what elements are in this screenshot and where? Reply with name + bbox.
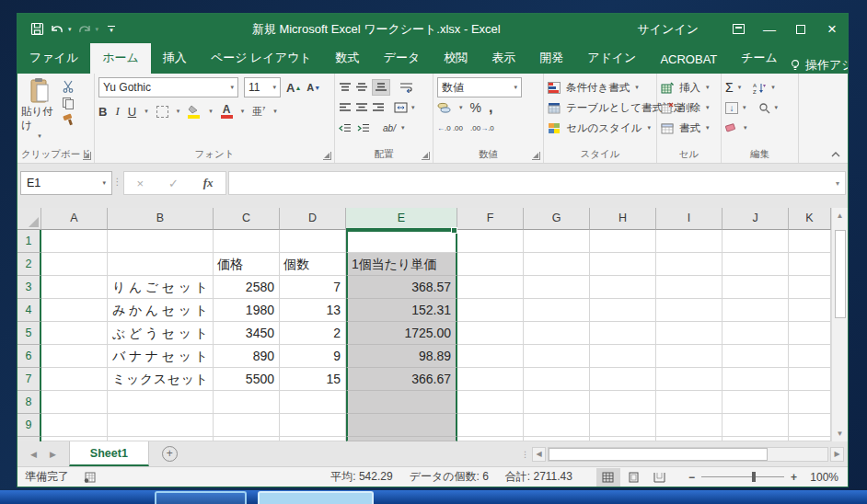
tab-addins[interactable]: アドイン xyxy=(575,43,648,74)
formula-bar-splitter[interactable]: ⋮ xyxy=(112,177,123,187)
cell[interactable] xyxy=(41,230,108,253)
fill-handle[interactable] xyxy=(451,227,457,234)
cell[interactable] xyxy=(789,230,831,253)
autosum-icon[interactable]: Σ xyxy=(725,80,734,95)
cell-C6[interactable]: 890 xyxy=(214,345,280,368)
cell[interactable] xyxy=(280,437,346,441)
cell[interactable] xyxy=(524,437,590,441)
formula-bar-expand-icon[interactable]: ▾ xyxy=(836,179,839,188)
cell-B7[interactable]: ミックスセット xyxy=(108,368,214,391)
number-dialog-launcher-icon[interactable] xyxy=(532,152,540,160)
cell[interactable] xyxy=(346,414,457,437)
cell[interactable] xyxy=(457,391,524,414)
cell-C2[interactable]: 価格 xyxy=(214,253,280,276)
number-format-select[interactable]: 数値▾ xyxy=(437,77,522,97)
align-middle-icon[interactable] xyxy=(355,82,368,93)
cancel-icon[interactable]: × xyxy=(136,177,144,190)
cell[interactable] xyxy=(590,322,656,345)
find-select-icon[interactable] xyxy=(758,102,770,114)
phonetic-guide-icon[interactable]: 亜ｱ xyxy=(252,105,265,119)
cell[interactable] xyxy=(722,391,789,414)
cell[interactable] xyxy=(722,322,789,345)
tab-view[interactable]: 表示 xyxy=(480,43,527,74)
column-header-I[interactable]: I xyxy=(656,208,722,230)
cell-B3[interactable]: りんごセット xyxy=(108,276,214,299)
cell[interactable] xyxy=(280,230,346,253)
zoom-out-icon[interactable]: − xyxy=(688,471,695,484)
conditional-formatting-button[interactable]: 条件付き書式▾ xyxy=(548,77,653,97)
cell-C5[interactable]: 3450 xyxy=(214,322,280,345)
borders-icon[interactable] xyxy=(156,106,168,118)
cell[interactable] xyxy=(789,322,831,345)
cell[interactable] xyxy=(789,368,831,391)
cell-D3[interactable]: 7 xyxy=(280,276,346,299)
scroll-left-icon[interactable]: ◀ xyxy=(532,447,546,462)
cell[interactable] xyxy=(346,391,457,414)
fill-icon[interactable]: ↓ xyxy=(725,102,738,114)
close-button[interactable]: × xyxy=(816,14,848,44)
decrease-font-icon[interactable]: A▼ xyxy=(306,82,320,93)
cell[interactable] xyxy=(656,253,722,276)
row-header-8[interactable]: 8 xyxy=(17,391,41,414)
font-name-select[interactable]: Yu Gothic▾ xyxy=(98,77,238,97)
cell[interactable] xyxy=(457,368,524,391)
cell[interactable] xyxy=(41,345,108,368)
cell[interactable] xyxy=(722,230,789,253)
insert-function-icon[interactable]: fx xyxy=(203,176,214,190)
cell-D5[interactable]: 2 xyxy=(280,322,346,345)
cell-C4[interactable]: 1980 xyxy=(214,299,280,322)
format-painter-icon[interactable] xyxy=(62,113,75,126)
tab-data[interactable]: データ xyxy=(372,43,433,74)
comma-style-icon[interactable]: , xyxy=(489,99,492,116)
cell[interactable] xyxy=(524,230,590,253)
scroll-right-icon[interactable]: ▶ xyxy=(830,447,844,462)
column-header-C[interactable]: C xyxy=(214,208,280,230)
tab-insert[interactable]: 挿入 xyxy=(151,43,199,74)
cell[interactable] xyxy=(457,345,524,368)
cell-E2[interactable]: 1個当たり単価 xyxy=(346,253,457,276)
macro-record-icon[interactable] xyxy=(84,472,96,483)
tab-home[interactable]: ホーム xyxy=(90,43,151,74)
cell[interactable] xyxy=(789,253,831,276)
cell[interactable] xyxy=(656,437,722,441)
align-center-icon[interactable] xyxy=(355,102,368,113)
scroll-up-icon[interactable]: ▲ xyxy=(832,208,848,223)
cell[interactable] xyxy=(789,276,831,299)
cell[interactable] xyxy=(108,437,214,441)
decrease-indent-icon[interactable] xyxy=(339,123,352,133)
name-box[interactable]: E1▾ xyxy=(20,171,112,195)
cell[interactable] xyxy=(722,345,789,368)
cell[interactable] xyxy=(280,414,346,437)
cell[interactable] xyxy=(108,253,214,276)
cell-D7[interactable]: 15 xyxy=(280,368,346,391)
cell[interactable] xyxy=(457,322,524,345)
tab-file[interactable]: ファイル xyxy=(17,43,90,74)
cell[interactable] xyxy=(524,345,590,368)
column-header-J[interactable]: J xyxy=(722,208,789,230)
cell[interactable] xyxy=(590,276,656,299)
cell[interactable] xyxy=(41,391,108,414)
column-header-K[interactable]: K xyxy=(789,208,831,230)
cell[interactable] xyxy=(722,276,789,299)
cell[interactable] xyxy=(457,414,524,437)
vertical-scrollbar[interactable]: ▲ ▼ xyxy=(831,208,848,441)
paste-button[interactable]: 貼り付け ▾ xyxy=(21,77,58,140)
cell[interactable] xyxy=(457,230,524,253)
cell[interactable] xyxy=(590,299,656,322)
wrap-text-icon[interactable] xyxy=(399,82,413,93)
increase-decimal-icon[interactable]: ←.0 .00 xyxy=(437,124,463,132)
font-color-icon[interactable]: A xyxy=(221,105,233,119)
cell[interactable] xyxy=(41,414,108,437)
delete-cells-button[interactable]: 削除▾ xyxy=(661,97,717,118)
cell[interactable] xyxy=(789,345,831,368)
align-left-icon[interactable] xyxy=(339,102,352,113)
cell[interactable] xyxy=(656,368,722,391)
cell[interactable] xyxy=(590,230,656,253)
column-header-F[interactable]: F xyxy=(457,208,524,230)
cell[interactable] xyxy=(656,345,722,368)
horizontal-scroll-thumb[interactable] xyxy=(549,448,768,461)
enter-icon[interactable]: ✓ xyxy=(168,177,179,190)
scroll-down-icon[interactable]: ▼ xyxy=(832,426,848,441)
cell-D6[interactable]: 9 xyxy=(280,345,346,368)
row-header-7[interactable]: 7 xyxy=(17,368,41,391)
